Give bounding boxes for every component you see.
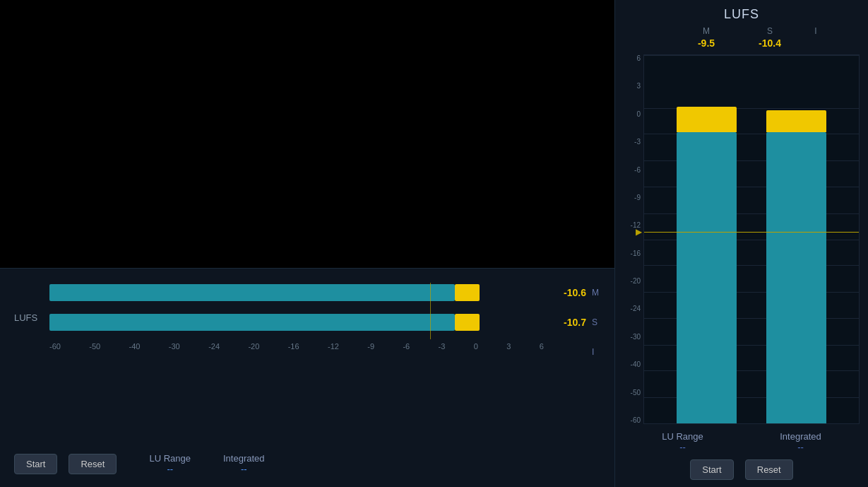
scale-24: -24 — [208, 342, 220, 351]
val-i-empty — [802, 37, 830, 49]
scale-12: -12 — [328, 342, 339, 351]
vbar-m-yellow — [677, 107, 737, 132]
reset-button[interactable]: Reset — [69, 454, 117, 474]
left-bottom: LUFS — [0, 268, 614, 487]
value-row-i: I — [554, 342, 600, 362]
y-n6: -6 — [624, 166, 641, 174]
right-integrated-value: -- — [797, 442, 804, 452]
value-row-m: -10.6 M — [554, 283, 600, 303]
scale-30: -30 — [169, 342, 180, 351]
meter-row-s — [49, 312, 544, 332]
left-panel: LUFS — [0, 0, 614, 487]
left-controls: Start Reset LU Range -- Integrated -- — [14, 445, 600, 480]
y-axis: 6 3 0 -3 -6 -9 -12 -16 -20 -24 -30 -40 -… — [624, 54, 643, 424]
right-integrated-label: Integrated — [780, 431, 821, 442]
bar-yellow-m — [455, 284, 480, 301]
lu-range-section: LU Range -- — [149, 453, 191, 474]
lu-range-label: LU Range — [149, 453, 191, 464]
value-m: -10.6 — [554, 287, 586, 298]
y-0: 0 — [624, 110, 641, 118]
integrated-label: Integrated — [223, 453, 265, 464]
right-start-button[interactable]: Start — [690, 459, 733, 480]
scale-9: -9 — [367, 342, 374, 351]
y-n16: -16 — [624, 250, 641, 257]
val-s: -10.4 — [738, 37, 802, 49]
integrated-section: Integrated -- — [223, 453, 265, 474]
y-n3: -3 — [624, 138, 641, 146]
vbar-s-cyan — [766, 132, 826, 423]
bars-area — [49, 283, 544, 339]
bar-cyan-m — [49, 284, 455, 301]
scale-20: -20 — [248, 342, 259, 351]
lufs-label: LUFS — [14, 312, 37, 323]
bar-yellow-s — [455, 314, 480, 331]
right-chart: 6 3 0 -3 -6 -9 -12 -16 -20 -24 -30 -40 -… — [624, 54, 860, 424]
y-n60: -60 — [624, 416, 641, 424]
col-header-i: I — [802, 26, 830, 36]
scale-p3: 3 — [506, 342, 511, 351]
col-header-s: S — [738, 26, 802, 36]
target-arrow-icon: ▶ — [636, 227, 642, 237]
right-lu-range-section: LU Range -- — [662, 431, 703, 452]
col-values: -9.5 -10.4 — [624, 37, 860, 49]
bar-cyan-s — [49, 314, 455, 331]
scale-row: -60 -50 -40 -30 -24 -20 -16 -12 -9 -6 -3… — [49, 342, 544, 351]
y-n9: -9 — [624, 194, 641, 201]
meter-row-m — [49, 283, 544, 303]
y-n20: -20 — [624, 277, 641, 285]
right-reset-button[interactable]: Reset — [745, 459, 793, 480]
channel-s: S — [592, 317, 600, 327]
bars-container: ▶ — [643, 54, 860, 424]
cursor-line — [430, 283, 431, 339]
col-headers: M S I — [624, 26, 860, 36]
scale-50: -50 — [89, 342, 100, 351]
scale-60: -60 — [49, 342, 61, 351]
y-3: 3 — [624, 82, 641, 90]
scale-0: 0 — [474, 342, 478, 351]
value-row-s: -10.7 S — [554, 312, 600, 332]
scale-16: -16 — [288, 342, 299, 351]
scale-p6: 6 — [540, 342, 544, 351]
vbar-m-cyan — [677, 132, 737, 423]
y-n40: -40 — [624, 360, 641, 368]
scale-40: -40 — [129, 342, 141, 351]
scale-3: -3 — [439, 342, 446, 351]
y-n50: -50 — [624, 389, 641, 397]
val-m: -9.5 — [674, 37, 738, 49]
right-lu-range-label: LU Range — [662, 431, 703, 442]
channel-i: I — [592, 347, 600, 357]
value-s: -10.7 — [554, 317, 586, 328]
scale-6: -6 — [403, 342, 410, 351]
right-btn-row: Start Reset — [624, 459, 860, 480]
y-6: 6 — [624, 54, 641, 62]
grid-line-top — [644, 55, 859, 56]
right-title: LUFS — [624, 7, 860, 22]
grid-line-bottom — [644, 423, 859, 424]
channel-m: M — [592, 288, 600, 298]
col-header-m: M — [674, 26, 738, 36]
vbar-s-yellow — [766, 110, 826, 132]
right-panel: LUFS M S I -9.5 -10.4 6 3 0 -3 -6 -9 -12… — [614, 0, 868, 487]
target-line: ▶ — [644, 232, 859, 233]
value-labels: -10.6 M -10.7 S I — [554, 283, 600, 362]
y-n24: -24 — [624, 305, 641, 312]
right-bottom: LU Range -- Integrated -- Start Reset — [624, 424, 860, 480]
lu-range-value: -- — [167, 464, 173, 474]
right-lu-range-value: -- — [679, 442, 686, 452]
right-lu-row: LU Range -- Integrated -- — [624, 431, 860, 452]
left-black-area — [0, 0, 614, 268]
start-button[interactable]: Start — [14, 454, 57, 474]
right-integrated-section: Integrated -- — [780, 431, 821, 452]
integrated-value: -- — [241, 464, 247, 474]
y-n30: -30 — [624, 333, 641, 341]
